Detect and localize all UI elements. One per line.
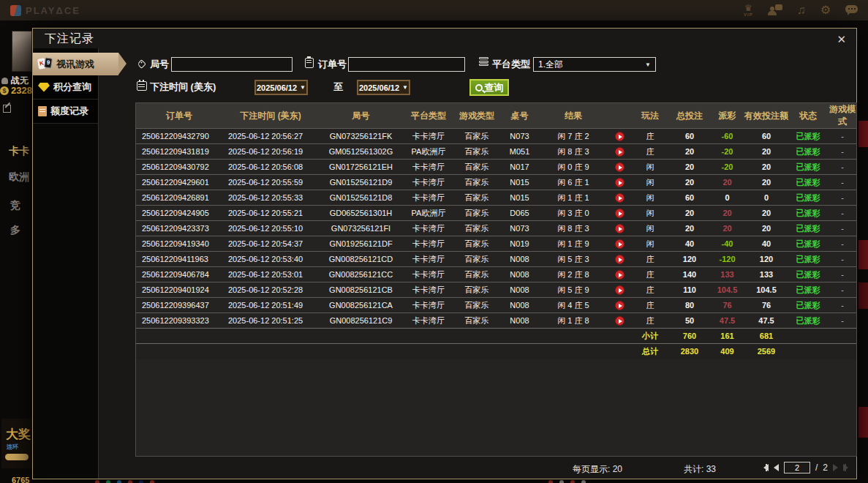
round-number-input[interactable]	[171, 57, 293, 72]
cell-order: 250612209429601	[136, 175, 222, 190]
customer-service-icon[interactable]	[768, 4, 782, 16]
cell-valid: 20	[744, 221, 789, 236]
cell-platform: 卡卡湾厅	[403, 190, 454, 206]
cell-status: 已派彩	[789, 267, 827, 282]
column-header: 局号	[319, 103, 403, 129]
close-icon[interactable]: ✕	[837, 34, 846, 45]
column-header: 游戏类型	[454, 103, 499, 129]
cell-table: N015	[499, 175, 540, 190]
play-video-icon[interactable]	[615, 209, 624, 218]
cell-result: 闲 5 庄 9	[540, 282, 607, 298]
play-video-icon[interactable]	[615, 193, 624, 203]
column-header: 下注时间 (美东)	[222, 103, 319, 129]
sidebar-item-europe[interactable]: 欧洲	[9, 171, 29, 184]
first-page-icon[interactable]	[766, 464, 769, 471]
column-header: 游戏模式	[827, 103, 857, 129]
cell-result: 闲 1 庄 1	[540, 190, 607, 206]
cell-round: GN073256121FK	[319, 129, 403, 144]
cell-mode: -	[827, 129, 857, 144]
platform-list-icon	[479, 57, 488, 67]
date-to-picker[interactable]: 2025/06/12 ▼	[357, 80, 410, 95]
platform-type-select[interactable]: 1.全部 ▼	[533, 57, 656, 72]
tab-points-query[interactable]: 积分查询	[33, 75, 98, 100]
cell-total: 140	[668, 267, 711, 282]
play-video-icon[interactable]	[615, 147, 624, 157]
column-header: 平台类型	[403, 103, 454, 129]
column-header: 订单号	[136, 103, 222, 129]
cell-result: 闲 0 庄 9	[540, 160, 607, 175]
cell-game: 百家乐	[454, 252, 499, 267]
app-logo: PLAYΔCE	[10, 5, 80, 16]
date-from-picker[interactable]: 2025/06/12 ▼	[254, 80, 308, 95]
column-header: 总投注	[668, 103, 711, 129]
cell-table: N008	[499, 252, 540, 267]
sidebar-item-jing[interactable]: 竞	[10, 199, 20, 212]
tag-icon	[137, 59, 146, 69]
play-video-icon[interactable]	[615, 301, 624, 310]
banner-button	[5, 454, 29, 460]
table-header-row: 订单号下注时间 (美东)局号平台类型游戏类型桌号结果玩法总投注派彩有效投注额状态…	[136, 103, 857, 129]
cell-game: 百家乐	[454, 175, 499, 190]
cell-bet: 庄	[632, 267, 668, 282]
cell-total: 20	[668, 221, 711, 236]
column-header: 结果	[540, 103, 607, 129]
page-number-input[interactable]	[784, 462, 810, 473]
cell-status: 已派彩	[789, 175, 827, 190]
play-video-icon[interactable]	[615, 132, 624, 141]
cell-time: 2025-06-12 20:55:21	[222, 206, 319, 221]
vip-icon[interactable]: ♛ VIP	[744, 4, 753, 17]
play-video-icon[interactable]	[615, 255, 624, 264]
bet-records-modal: 下注记录 ✕ K9 视讯游戏 积分查询 额度记录 局号	[32, 28, 857, 479]
play-video-icon[interactable]	[615, 224, 624, 233]
cell-time: 2025-06-12 20:54:37	[222, 236, 319, 252]
query-button[interactable]: 查询	[469, 79, 509, 96]
app-top-bar: PLAYΔCE ♛ VIP ♫ ⚙	[0, 0, 868, 20]
cell-total: 20	[668, 175, 711, 190]
search-icon	[475, 84, 483, 91]
cell-game: 百家乐	[454, 221, 499, 236]
background-chips	[548, 480, 586, 483]
sidebar-item-duo[interactable]: 多	[10, 224, 20, 237]
avatar[interactable]	[12, 31, 32, 72]
cell-total: 40	[668, 236, 711, 252]
play-video-icon[interactable]	[615, 270, 624, 280]
previous-page-icon[interactable]	[774, 464, 779, 471]
promo-banner[interactable]: 大奖 连环	[1, 419, 32, 468]
cell-table: N017	[499, 160, 540, 175]
tab-quota-records[interactable]: 额度记录	[33, 100, 98, 124]
table-row: 2506122094318192025-06-12 20:56:19GM0512…	[136, 144, 857, 160]
cell-mode: -	[827, 298, 857, 313]
cell-table: M051	[499, 144, 540, 160]
settings-gear-icon[interactable]: ⚙	[820, 4, 831, 16]
cell-table: N073	[499, 221, 540, 236]
last-page-icon[interactable]	[843, 464, 846, 471]
cell-bet: 庄	[632, 298, 668, 313]
order-number-input[interactable]	[348, 57, 465, 72]
cell-valid: 20	[744, 144, 789, 160]
play-video-icon[interactable]	[615, 285, 624, 295]
cell-time: 2025-06-12 20:56:19	[222, 144, 319, 160]
cell-table: N015	[499, 190, 540, 206]
gem-icon	[38, 83, 50, 92]
play-video-icon[interactable]	[615, 239, 624, 249]
tab-video-games[interactable]: K9 视讯游戏	[33, 53, 118, 75]
cell-platform: 卡卡湾厅	[403, 313, 454, 329]
cell-platform: 卡卡湾厅	[403, 282, 454, 298]
cell-order: 250612209426891	[136, 190, 222, 206]
sidebar-item-kaka[interactable]: 卡卡	[9, 145, 29, 158]
cell-result: 闲 5 庄 3	[540, 252, 607, 267]
play-video-icon[interactable]	[615, 162, 624, 172]
play-video-icon[interactable]	[615, 316, 624, 326]
play-video-icon[interactable]	[615, 178, 624, 187]
next-page-icon[interactable]	[833, 464, 838, 471]
table-row: 2506122094019242025-06-12 20:52:28GN0082…	[136, 282, 857, 298]
music-icon[interactable]: ♫	[797, 4, 806, 16]
chat-bubble-icon[interactable]	[845, 5, 858, 15]
cell-time: 2025-06-12 20:52:28	[222, 282, 319, 298]
cell-bet: 闲	[632, 190, 668, 206]
cell-payout: -120	[711, 252, 744, 267]
cell-order: 250612209393323	[136, 313, 222, 329]
cell-platform: 卡卡湾厅	[403, 267, 454, 282]
cell-round: GN015256121D8	[319, 190, 403, 206]
cell-round: GN019256121DF	[319, 236, 403, 252]
